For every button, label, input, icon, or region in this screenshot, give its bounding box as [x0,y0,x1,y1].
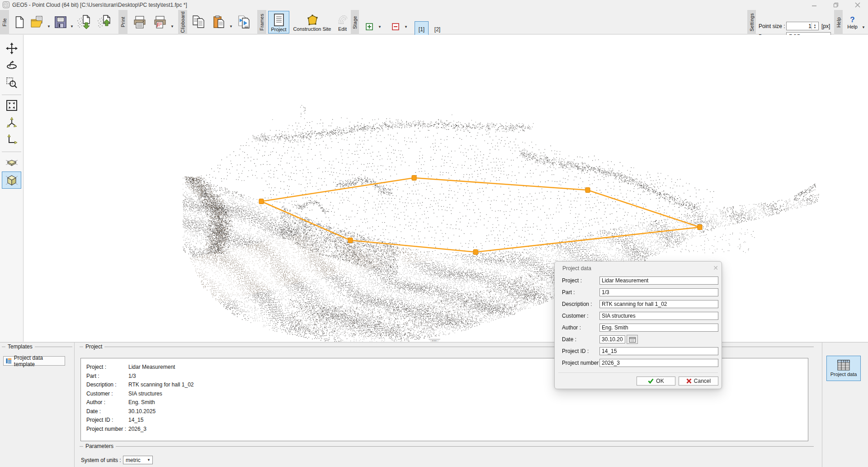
add-stage-button[interactable] [364,22,374,31]
summary-label: Project number : [86,425,128,434]
zoom-window-tool-button[interactable] [2,75,21,91]
point-size-label: Point size : [759,23,785,29]
field-label: Project ID : [562,348,589,354]
model-viewport[interactable]: ••• [24,35,868,342]
print-dropdown-caret[interactable]: ▼ [170,24,174,29]
field-input[interactable] [599,359,718,367]
view-2d-axes-button[interactable] [2,132,21,148]
point-size-input[interactable] [787,22,811,30]
project-data-table-icon [837,360,850,371]
field-label: Description : [562,301,592,307]
field-label: Project : [562,277,582,284]
minimize-button[interactable] [807,0,821,10]
save-button[interactable] [52,11,70,33]
summary-value: 2026_3 [128,426,146,432]
copy-picture-button[interactable] [234,11,255,33]
print-preview-button[interactable] [151,11,170,33]
new-file-button[interactable] [11,11,28,33]
project-summary-row: Date :30.10.2025 [86,407,194,416]
calendar-button[interactable] [627,335,638,344]
pan-icon [6,43,18,54]
project-data-template-button[interactable]: Project data template [3,356,65,366]
construction-site-icon [307,14,318,26]
parameters-legend: Parameters [83,443,116,449]
pan-tool-button[interactable] [2,40,21,57]
project-summary-rows: Project :Lidar MeasurementPart :1/3Descr… [86,363,194,434]
section-stage[interactable]: Stage [351,10,359,34]
section-clipboard[interactable]: Clipboard [178,10,187,34]
field-input[interactable] [599,300,718,308]
open-file-icon [30,15,45,29]
help-icon: ? [850,16,854,24]
save-dropdown-caret[interactable]: ▼ [70,24,74,29]
import-point-cloud-button[interactable] [74,11,93,33]
field-input[interactable] [599,335,625,343]
summary-value: 1/3 [128,373,136,379]
project-data-mode-button[interactable]: Project data [826,356,861,381]
dialog-field-row: Project : [555,276,722,286]
point-size-unit: [px] [821,23,830,29]
cancel-button[interactable]: Cancel [679,376,718,386]
axonometric-view-icon [5,174,18,186]
open-file-button[interactable] [28,11,47,33]
frame-project-button[interactable]: Project [268,11,289,33]
print-button[interactable] [130,11,149,33]
dialog-title: Project data [562,265,591,272]
summary-label: Customer : [86,390,128,399]
field-input[interactable] [599,347,718,355]
section-settings[interactable]: Settings [747,10,756,34]
zoom-window-icon [6,77,18,89]
section-frames[interactable]: Frames [257,10,266,34]
add-stage-caret[interactable]: ▼ [378,25,382,29]
axes-3d-icon [6,117,18,129]
export-point-cloud-icon [96,14,112,30]
perspective-view-button[interactable] [2,154,21,171]
frame-construction-site-button[interactable]: Construction Site [290,11,334,33]
ok-button[interactable]: OK [637,376,675,386]
field-label: Author : [562,324,581,331]
add-stage-icon [366,23,373,30]
export-point-cloud-button[interactable] [94,11,113,33]
dialog-close-icon[interactable]: ✕ [712,264,720,272]
dialog-field-row: Project ID : [555,347,722,356]
point-size-stepper[interactable]: ▲▼ [811,23,818,29]
project-summary-row: Description :RTK scanning for hall 1_02 [86,381,194,390]
dialog-field-row: Customer : [555,312,722,321]
point-size-input-wrap: ▲▼ [786,22,819,30]
section-file[interactable]: File [0,10,9,34]
summary-value: SIA structures [128,391,162,397]
remove-stage-caret[interactable]: ▼ [404,25,408,29]
app-icon [3,1,9,8]
frame-edit-button[interactable]: Edit [335,11,350,33]
units-select[interactable]: metric▼ [123,456,153,464]
open-dropdown-caret[interactable]: ▼ [47,24,51,29]
help-dropdown-caret[interactable]: ▼ [862,25,865,29]
section-help[interactable]: Help [834,10,843,34]
remove-stage-button[interactable] [391,22,401,31]
close-icon[interactable] [851,0,864,10]
rotate-tool-button[interactable] [2,57,21,74]
axonometric-view-button[interactable] [2,172,21,189]
summary-value: Lidar Measurement [128,364,175,370]
paste-dropdown-caret[interactable]: ▼ [229,24,233,29]
section-print[interactable]: Print [118,10,127,34]
remove-stage-icon [392,23,399,30]
rotate-icon [6,60,18,71]
window-title: GEO5 - Point Cloud (64 bit) [C:\Users\tu… [12,2,187,8]
project-summary-row: Customer :SIA structures [86,390,194,399]
field-input[interactable] [599,324,718,332]
summary-label: Project ID : [86,416,128,425]
field-input[interactable] [599,288,718,296]
print-icon [132,15,147,29]
fit-to-window-button[interactable] [2,97,21,114]
copy-button[interactable] [189,11,209,33]
field-input[interactable] [599,312,718,320]
print-preview-icon [153,15,167,29]
help-button[interactable]: ? Help [844,11,861,33]
view-3d-axes-button[interactable] [2,114,21,131]
template-icon [6,358,12,364]
app-window: GEO5 - Point Cloud (64 bit) [C:\Users\tu… [0,0,868,467]
paste-button[interactable] [210,11,229,33]
field-input[interactable] [599,276,718,285]
restore-button[interactable] [829,0,843,10]
